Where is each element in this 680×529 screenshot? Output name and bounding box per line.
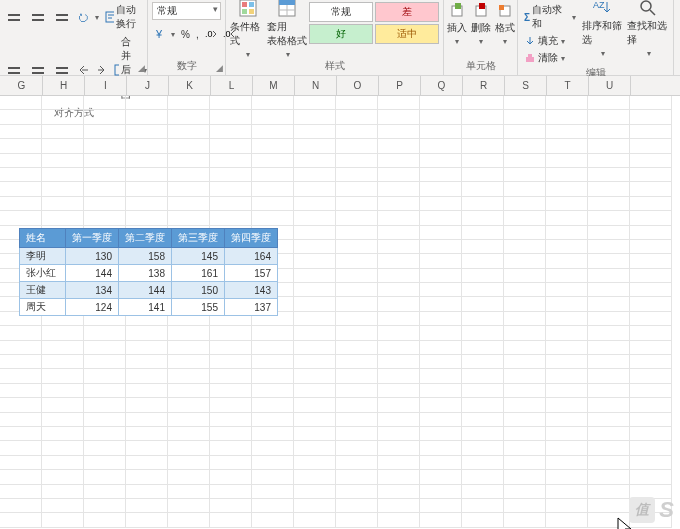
cell[interactable]	[252, 182, 294, 196]
cell[interactable]	[84, 139, 126, 153]
cell[interactable]	[42, 139, 84, 153]
cell[interactable]	[378, 254, 420, 268]
cell[interactable]	[462, 384, 504, 398]
cell[interactable]	[420, 182, 462, 196]
cell[interactable]	[420, 168, 462, 182]
sort-filter-button[interactable]: AZ 排序和筛选▾	[582, 2, 624, 54]
cell[interactable]	[630, 254, 672, 268]
cell[interactable]	[546, 226, 588, 240]
cell[interactable]	[504, 413, 546, 427]
cell[interactable]	[210, 384, 252, 398]
cell[interactable]	[546, 211, 588, 225]
cell[interactable]	[630, 398, 672, 412]
cell[interactable]	[294, 384, 336, 398]
cell[interactable]	[588, 369, 630, 383]
data-table[interactable]: 姓名第一季度第二季度第三季度第四季度 李明130158145164张小红1441…	[19, 228, 278, 316]
cell[interactable]	[84, 341, 126, 355]
table-header[interactable]: 姓名	[20, 229, 66, 248]
cell[interactable]	[546, 154, 588, 168]
cell[interactable]	[630, 226, 672, 240]
cell[interactable]	[546, 413, 588, 427]
cell[interactable]	[588, 341, 630, 355]
cell[interactable]	[126, 197, 168, 211]
cell[interactable]	[546, 470, 588, 484]
table-cell[interactable]: 134	[66, 282, 119, 299]
cell[interactable]	[294, 139, 336, 153]
cell[interactable]	[0, 110, 42, 124]
cell[interactable]	[504, 485, 546, 499]
cell[interactable]	[336, 254, 378, 268]
cell[interactable]	[462, 355, 504, 369]
cell[interactable]	[378, 154, 420, 168]
cell[interactable]	[0, 182, 42, 196]
cell[interactable]	[546, 269, 588, 283]
cell[interactable]	[168, 326, 210, 340]
cell[interactable]	[630, 369, 672, 383]
cell[interactable]	[588, 384, 630, 398]
cell[interactable]	[0, 211, 42, 225]
cell[interactable]	[84, 369, 126, 383]
cell[interactable]	[42, 326, 84, 340]
cell[interactable]	[504, 470, 546, 484]
cell[interactable]	[84, 427, 126, 441]
cell[interactable]	[588, 182, 630, 196]
cell[interactable]	[210, 341, 252, 355]
cell[interactable]	[462, 182, 504, 196]
cell[interactable]	[84, 154, 126, 168]
table-cell[interactable]: 157	[225, 265, 278, 282]
cell[interactable]	[126, 110, 168, 124]
cell[interactable]	[504, 110, 546, 124]
cell[interactable]	[84, 211, 126, 225]
cell[interactable]	[84, 456, 126, 470]
cell[interactable]	[462, 341, 504, 355]
cell[interactable]	[588, 470, 630, 484]
cell[interactable]	[462, 398, 504, 412]
cell[interactable]	[420, 355, 462, 369]
cell[interactable]	[504, 283, 546, 297]
cell[interactable]	[336, 240, 378, 254]
column-header[interactable]: O	[337, 76, 379, 95]
cell[interactable]	[42, 341, 84, 355]
cell[interactable]	[588, 485, 630, 499]
cell[interactable]	[588, 312, 630, 326]
cell[interactable]	[294, 513, 336, 527]
cell[interactable]	[630, 211, 672, 225]
cell[interactable]	[336, 355, 378, 369]
cell[interactable]	[168, 456, 210, 470]
cell[interactable]	[252, 96, 294, 110]
cell[interactable]	[294, 341, 336, 355]
cell[interactable]	[630, 384, 672, 398]
cell[interactable]	[294, 254, 336, 268]
cell[interactable]	[504, 254, 546, 268]
cell[interactable]	[420, 240, 462, 254]
cell[interactable]	[252, 341, 294, 355]
cell[interactable]	[336, 125, 378, 139]
cell[interactable]	[252, 413, 294, 427]
cell[interactable]	[378, 240, 420, 254]
column-header[interactable]: N	[295, 76, 337, 95]
cell[interactable]	[336, 226, 378, 240]
cell[interactable]	[546, 398, 588, 412]
cell[interactable]	[504, 427, 546, 441]
cell[interactable]	[588, 499, 630, 513]
table-header[interactable]: 第三季度	[172, 229, 225, 248]
cell[interactable]	[294, 240, 336, 254]
cell[interactable]	[294, 297, 336, 311]
comma-button[interactable]: ,	[194, 26, 201, 42]
cell[interactable]	[210, 168, 252, 182]
cell[interactable]	[546, 297, 588, 311]
cell[interactable]	[210, 182, 252, 196]
cell[interactable]	[336, 312, 378, 326]
cell[interactable]	[294, 283, 336, 297]
cell[interactable]	[294, 269, 336, 283]
cell[interactable]	[588, 427, 630, 441]
cell[interactable]	[0, 154, 42, 168]
cell[interactable]	[294, 326, 336, 340]
cell[interactable]	[126, 513, 168, 527]
cell[interactable]	[420, 513, 462, 527]
table-row[interactable]: 张小红144138161157	[20, 265, 278, 282]
cell[interactable]	[210, 110, 252, 124]
cell[interactable]	[588, 240, 630, 254]
cell[interactable]	[168, 96, 210, 110]
cell[interactable]	[630, 125, 672, 139]
